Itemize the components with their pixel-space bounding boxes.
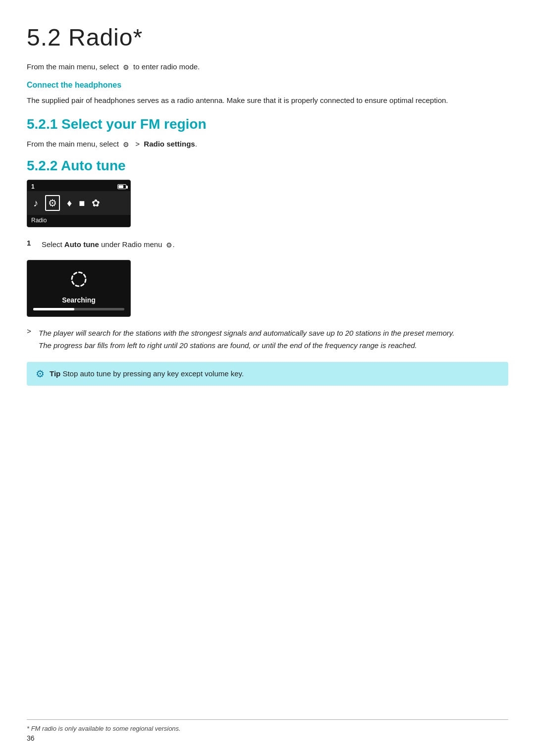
radio-icon-step: ⚙ (164, 240, 173, 251)
step-1-text-post: under Radio menu (99, 240, 162, 249)
page-title: 5.2 Radio* (27, 24, 508, 51)
section-521-heading: 5.2.1 Select your FM region (27, 116, 508, 132)
step-1-row: 1 Select Auto tune under Radio menu ⚙. (27, 239, 508, 251)
bullet-block: > The player will search for the station… (27, 327, 508, 352)
device-label-text: Radio (31, 217, 47, 224)
device-header-1: 1 (27, 180, 130, 191)
gear-icon-521: ⚙ (121, 139, 131, 150)
footnote-divider (27, 719, 508, 720)
step-1-text: Select Auto tune under Radio menu ⚙. (42, 239, 175, 251)
bullet-gt-symbol: > (27, 327, 35, 335)
intro-text-after: to enter radio mode. (133, 62, 200, 71)
footnote-section: * FM radio is only available to some reg… (27, 719, 508, 732)
searching-progress-fill (33, 308, 74, 310)
svg-point-0 (72, 272, 86, 286)
tip-body: Stop auto tune by pressing any key excep… (62, 369, 244, 378)
tip-label: Tip (50, 369, 60, 378)
section-521-text-before: From the main menu, select (27, 140, 119, 148)
connect-headphones-heading: Connect the headphones (27, 81, 508, 90)
device-screen-number: 1 (31, 183, 35, 190)
radio-settings-bold: Radio settings (144, 140, 195, 148)
intro-paragraph: From the main menu, select ⚙ to enter ra… (27, 61, 508, 73)
step-1-text-pre: Select (42, 240, 64, 249)
music-note-icon: ♪ (33, 198, 38, 209)
period: . (195, 140, 197, 148)
battery-icon (117, 184, 126, 189)
searching-progress-bar (33, 308, 124, 310)
section-521-gt: > (133, 140, 142, 148)
searching-animation-icon (33, 269, 124, 293)
step-1-bold: Auto tune (64, 240, 99, 249)
tip-text: Tip Stop auto tune by pressing any key e… (50, 369, 244, 378)
bullet-text-line2: The progress bar fills from left to righ… (39, 341, 417, 350)
connect-headphones-text: The supplied pair of headphones serves a… (27, 95, 508, 106)
bullet-text: The player will search for the stations … (39, 327, 454, 352)
gear-icon-intro: ⚙ (121, 62, 131, 73)
page-number: 36 (27, 734, 35, 742)
tip-box: ⚙ Tip Stop auto tune by pressing any key… (27, 362, 508, 386)
mic-icon: ♦ (67, 198, 72, 209)
intro-text-before: From the main menu, select (27, 62, 119, 71)
searching-spin-svg (69, 269, 89, 289)
footnote-text: * FM radio is only available to some reg… (27, 725, 508, 732)
step-1-number: 1 (27, 239, 37, 247)
device-icons-row: ♪ ⚙ ♦ ■ ✿ (27, 191, 130, 215)
bullet-text-line1: The player will search for the stations … (39, 329, 454, 337)
section-521-text: From the main menu, select ⚙ > Radio set… (27, 138, 508, 150)
searching-screen: Searching (27, 260, 131, 317)
device-screen-1: 1 ♪ ⚙ ♦ ■ ✿ Radio (27, 180, 131, 227)
settings-icon: ✿ (92, 197, 100, 209)
square-icon: ■ (79, 198, 85, 209)
tip-gear-icon: ⚙ (36, 368, 45, 380)
radio-icon-selected: ⚙ (45, 195, 60, 211)
section-522-heading: 5.2.2 Auto tune (27, 158, 508, 174)
device-label-row: Radio (27, 215, 130, 227)
searching-text: Searching (33, 296, 124, 304)
